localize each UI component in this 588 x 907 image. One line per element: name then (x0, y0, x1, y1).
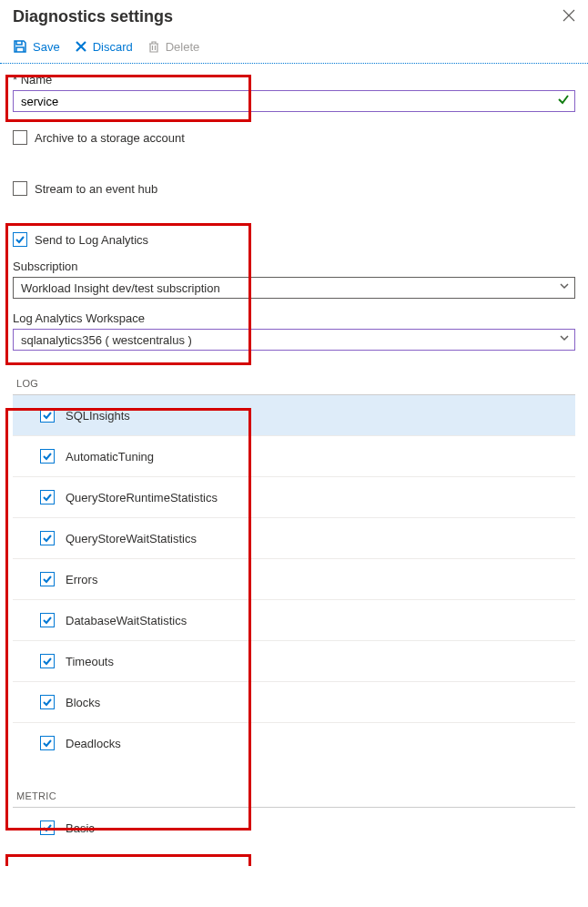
log-item-row[interactable]: SQLInsights (13, 395, 575, 436)
archive-checkbox-row[interactable]: Archive to a storage account (13, 130, 575, 145)
log-section-header: LOG (13, 351, 575, 395)
log-item-label: Blocks (66, 696, 100, 709)
log-item-checkbox[interactable] (40, 531, 55, 545)
subscription-label: Subscription (13, 260, 575, 273)
log-item-checkbox[interactable] (40, 736, 55, 750)
log-item-row[interactable]: Blocks (13, 682, 575, 723)
log-item-row[interactable]: Deadlocks (13, 723, 575, 763)
log-item-checkbox[interactable] (40, 654, 55, 668)
delete-button: Delete (147, 40, 200, 54)
log-item-label: Timeouts (66, 655, 114, 668)
metric-list: Basic (13, 808, 575, 848)
stream-checkbox-row[interactable]: Stream to an event hub (13, 181, 575, 196)
log-item-checkbox[interactable] (40, 408, 55, 423)
metric-item-row[interactable]: Basic (13, 808, 575, 848)
send-la-checkbox[interactable] (13, 232, 27, 247)
discard-icon (75, 40, 87, 53)
delete-icon (147, 40, 160, 53)
log-item-checkbox[interactable] (40, 449, 55, 464)
page-title: Diagnostics settings (13, 7, 173, 26)
log-item-row[interactable]: DatabaseWaitStatistics (13, 600, 575, 641)
workspace-value: sqlanalytics356 ( westcentralus ) (21, 333, 192, 347)
archive-label: Archive to a storage account (35, 131, 185, 145)
log-item-checkbox[interactable] (40, 613, 55, 627)
log-item-label: QueryStoreWaitStatistics (66, 532, 197, 545)
save-button[interactable]: Save (13, 39, 60, 54)
log-item-label: Deadlocks (66, 737, 121, 750)
send-la-label: Send to Log Analytics (35, 233, 148, 247)
close-icon[interactable] (563, 9, 575, 25)
log-item-label: DatabaseWaitStatistics (66, 614, 187, 627)
metric-item-label: Basic (66, 821, 95, 835)
name-label: Name (13, 73, 575, 87)
subscription-select[interactable]: Workload Insight dev/test subscription (13, 277, 575, 299)
save-label: Save (33, 40, 60, 54)
valid-check-icon (557, 93, 570, 108)
log-list: SQLInsightsAutomaticTuningQueryStoreRunt… (13, 395, 575, 763)
metric-section-header: METRIC (13, 763, 575, 808)
log-item-checkbox[interactable] (40, 695, 55, 709)
log-item-row[interactable]: QueryStoreRuntimeStatistics (13, 477, 575, 518)
log-item-label: AutomaticTuning (66, 450, 154, 464)
save-icon (13, 39, 27, 54)
workspace-label: Log Analytics Workspace (13, 311, 575, 325)
log-item-checkbox[interactable] (40, 572, 55, 586)
discard-button[interactable]: Discard (75, 40, 133, 54)
name-input[interactable] (13, 90, 575, 112)
log-item-label: SQLInsights (66, 409, 130, 423)
log-item-row[interactable]: AutomaticTuning (13, 436, 575, 477)
log-item-row[interactable]: Errors (13, 559, 575, 600)
log-item-label: QueryStoreRuntimeStatistics (66, 491, 218, 504)
log-item-row[interactable]: Timeouts (13, 641, 575, 682)
stream-checkbox[interactable] (13, 181, 27, 196)
send-la-checkbox-row[interactable]: Send to Log Analytics (13, 232, 575, 247)
log-item-checkbox[interactable] (40, 490, 55, 504)
log-item-row[interactable]: QueryStoreWaitStatistics (13, 518, 575, 559)
discard-label: Discard (93, 40, 133, 54)
delete-label: Delete (166, 40, 200, 54)
subscription-value: Workload Insight dev/test subscription (21, 281, 220, 295)
metric-item-checkbox[interactable] (40, 820, 55, 835)
archive-checkbox[interactable] (13, 130, 27, 145)
log-item-label: Errors (66, 573, 97, 586)
stream-label: Stream to an event hub (35, 182, 157, 196)
workspace-select[interactable]: sqlanalytics356 ( westcentralus ) (13, 329, 575, 351)
